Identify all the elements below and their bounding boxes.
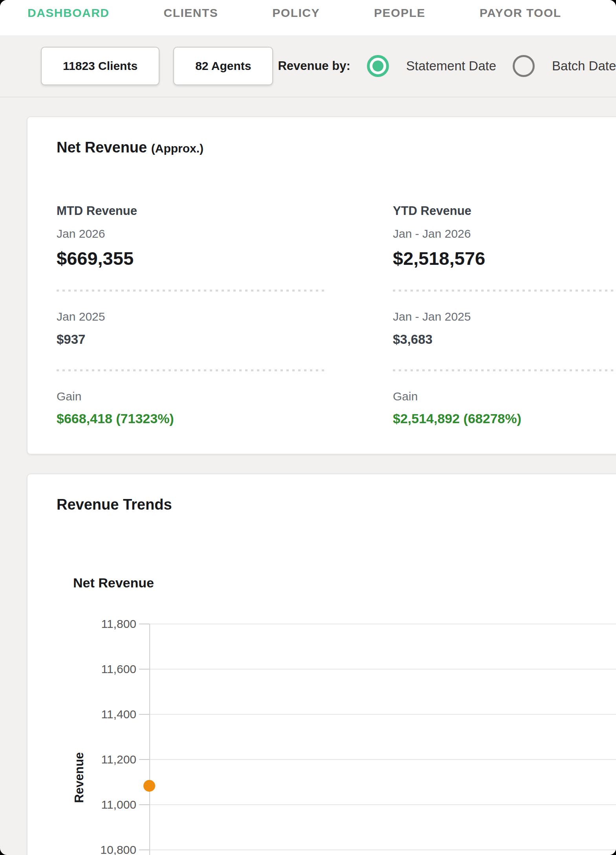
revenue-data-point[interactable] [143, 780, 155, 792]
revenue-by-label: Revenue by: [278, 59, 350, 73]
ytd-gain-value: $2,514,892 (68278%) [393, 411, 616, 426]
tick-mark [139, 624, 149, 624]
mtd-previous-value: $937 [57, 332, 328, 347]
ytd-previous-period: Jan - Jan 2025 [393, 310, 616, 324]
net-revenue-chart: Revenue 11,800 11,600 11,400 11,200 [28, 604, 616, 855]
ytd-revenue-column: YTD Revenue Jan - Jan 2026 $2,518,576 Ja… [393, 204, 616, 426]
net-revenue-card-title: Net Revenue (Approx.) [57, 139, 616, 156]
y-tick-label: 11,400 [28, 708, 136, 721]
stats-row: MTD Revenue Jan 2026 $669,355 Jan 2025 $… [57, 204, 616, 426]
tick-mark [139, 849, 149, 850]
gridline [149, 759, 616, 760]
gridline [149, 669, 616, 670]
radio-unselected-icon[interactable] [513, 55, 535, 77]
gridline [149, 849, 616, 850]
net-revenue-card: Net Revenue (Approx.) MTD Revenue Jan 20… [27, 116, 616, 455]
radio-batch-date-label: Batch Date [552, 59, 616, 73]
agents-count-button[interactable]: 82 Agents [173, 47, 273, 85]
mtd-current-period: Jan 2026 [57, 227, 328, 241]
y-tick-label: 11,600 [28, 662, 136, 676]
mtd-gain-value: $668,418 (71323%) [57, 411, 328, 426]
divider [393, 369, 616, 371]
gridline [149, 804, 616, 805]
app-window: DASHBOARD CLIENTS POLICY PEOPLE PAYOR TO… [0, 0, 616, 855]
divider [57, 369, 328, 371]
nav-tab-dashboard[interactable]: DASHBOARD [28, 6, 110, 20]
nav-tab-people[interactable]: PEOPLE [374, 6, 425, 20]
tick-mark [139, 759, 149, 760]
nav-tab-payor-tool[interactable]: PAYOR TOOL [480, 6, 561, 20]
ytd-heading: YTD Revenue [393, 204, 616, 218]
radio-selected-icon[interactable] [367, 55, 389, 77]
y-axis-line [149, 624, 150, 855]
top-navigation: DASHBOARD CLIENTS POLICY PEOPLE PAYOR TO… [0, 0, 616, 35]
ytd-gain-label: Gain [393, 389, 616, 404]
gridline [149, 624, 616, 624]
mtd-gain-label: Gain [57, 389, 328, 404]
divider [393, 290, 616, 292]
mtd-previous-period: Jan 2025 [57, 310, 328, 324]
tick-mark [139, 669, 149, 670]
ytd-current-value: $2,518,576 [393, 247, 616, 270]
mtd-revenue-column: MTD Revenue Jan 2026 $669,355 Jan 2025 $… [57, 204, 328, 426]
y-tick-label: 11,200 [28, 753, 136, 766]
toolbar: 11823 Clients 82 Agents Revenue by: Stat… [0, 35, 616, 97]
mtd-heading: MTD Revenue [57, 204, 328, 218]
y-tick-label: 11,000 [28, 798, 136, 811]
revenue-trends-card: Revenue Trends Net Revenue Revenue 11,80… [27, 473, 616, 855]
radio-option-statement-date[interactable]: Statement Date [367, 55, 496, 77]
radio-option-batch-date[interactable]: Batch Date [513, 55, 616, 77]
nav-tab-clients[interactable]: CLIENTS [164, 6, 218, 20]
y-tick-label: 11,800 [28, 617, 136, 631]
chart-title: Net Revenue [73, 575, 154, 591]
divider [57, 290, 328, 292]
mtd-current-value: $669,355 [57, 247, 328, 270]
gridline [149, 714, 616, 715]
tick-mark [139, 714, 149, 715]
ytd-current-period: Jan - Jan 2026 [393, 227, 616, 241]
card-title-text: Net Revenue [57, 139, 147, 156]
ytd-previous-value: $3,683 [393, 332, 616, 347]
card-title-approx: (Approx.) [151, 142, 204, 155]
radio-statement-date-label: Statement Date [406, 59, 496, 73]
y-tick-label: 10,800 [28, 843, 136, 855]
tick-mark [139, 804, 149, 805]
nav-tab-policy[interactable]: POLICY [272, 6, 320, 20]
revenue-trends-title: Revenue Trends [57, 496, 616, 513]
clients-count-button[interactable]: 11823 Clients [41, 47, 160, 85]
